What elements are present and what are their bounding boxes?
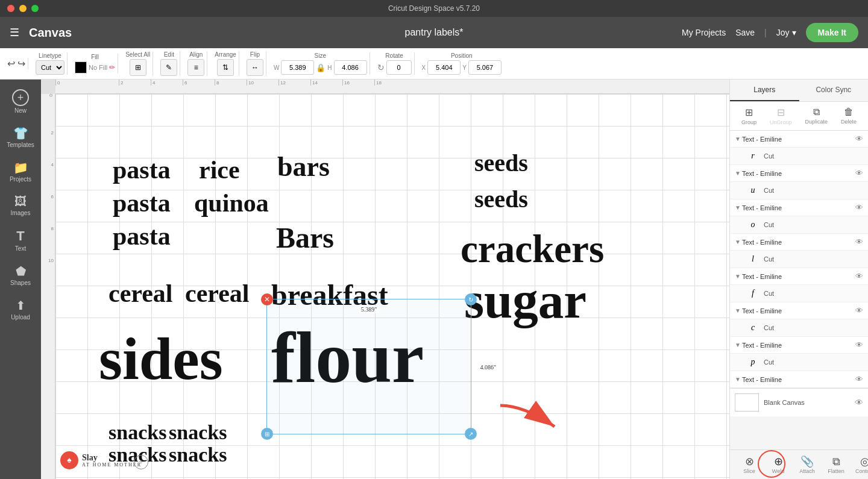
weld-tool[interactable]: ⊕ Weld: [764, 455, 793, 474]
save-button[interactable]: Save: [735, 28, 755, 37]
layer-item[interactable]: ▼ Text - Emiline 👁: [730, 234, 868, 251]
size-w-input[interactable]: [281, 60, 314, 75]
delete-handle[interactable]: ✕: [261, 293, 273, 305]
sidebar-item-text[interactable]: T Text: [0, 224, 41, 257]
scale-handle-bl[interactable]: ⊞: [261, 428, 273, 440]
expand-icon[interactable]: ▼: [735, 136, 742, 142]
layer-sub-icon: l: [747, 253, 759, 265]
tab-layers[interactable]: Layers: [730, 80, 799, 101]
arrange-button[interactable]: ⇅: [217, 59, 234, 76]
edit-button[interactable]: ✎: [160, 59, 177, 76]
eye-icon[interactable]: 👁: [855, 134, 863, 143]
sidebar-item-upload[interactable]: ⬆ Upload: [0, 293, 41, 325]
layer-sub-icon: p: [747, 356, 759, 368]
eye-icon[interactable]: 👁: [855, 375, 863, 384]
eye-icon[interactable]: 👁: [855, 203, 863, 212]
select-all-button[interactable]: ⊞: [130, 59, 146, 76]
duplicate-action[interactable]: ⧉ Duplicate: [805, 107, 828, 125]
tab-color-sync[interactable]: Color Sync: [799, 80, 869, 101]
fill-pen-icon[interactable]: ✏: [109, 63, 115, 72]
text-sides: sides: [99, 329, 223, 389]
layer-item[interactable]: ▼ Text - Emiline 👁: [730, 165, 868, 182]
add-canvas-button[interactable]: +: [134, 455, 148, 469]
flatten-tool[interactable]: ⧉ Flatten: [822, 456, 851, 474]
eye-icon[interactable]: 👁: [855, 340, 863, 349]
ungroup-action[interactable]: ⊟ UnGroup: [770, 107, 792, 125]
position-x-input[interactable]: [427, 60, 461, 75]
layer-item[interactable]: ▼ Text - Emiline 👁: [730, 268, 868, 285]
size-h-input[interactable]: [334, 60, 367, 75]
rotate-group: Rotate ↻: [375, 52, 415, 75]
align-group: Align ≡: [185, 51, 207, 76]
linetype-select[interactable]: Cut: [36, 60, 64, 75]
sidebar-item-new[interactable]: + New: [0, 84, 41, 119]
delete-action[interactable]: 🗑 Delete: [841, 107, 857, 125]
rotate-input[interactable]: [386, 60, 412, 75]
eye-icon[interactable]: 👁: [855, 306, 863, 315]
nav-right: My Projects Save | Joy ▾ Make It: [682, 23, 858, 42]
expand-icon[interactable]: ▼: [735, 170, 742, 177]
text-snacks2: snacks: [169, 422, 227, 443]
layer-item[interactable]: ▼ Text - Emiline 👁: [730, 199, 868, 216]
layer-item[interactable]: ▼ Text - Emiline 👁: [730, 302, 868, 319]
layer-sub-name: Cut: [764, 290, 863, 297]
expand-icon[interactable]: ▼: [735, 239, 742, 245]
window-controls[interactable]: [7, 5, 39, 12]
user-menu[interactable]: Joy ▾: [776, 28, 796, 37]
arrange-label: Arrange: [215, 51, 236, 58]
linetype-group: Linetype Cut: [33, 52, 68, 75]
my-projects-button[interactable]: My Projects: [682, 28, 726, 37]
sidebar-item-templates[interactable]: 👕 Templates: [0, 121, 41, 153]
flip-group: Flip ↔: [244, 51, 266, 76]
expand-icon[interactable]: ▼: [735, 273, 742, 280]
blank-canvas-eye[interactable]: 👁: [855, 398, 863, 407]
sidebar-item-label: Text: [15, 245, 26, 252]
toolbar: ↩ ↪ Linetype Cut Fill No Fill ✏ Select A…: [0, 48, 868, 80]
expand-icon[interactable]: ▼: [735, 376, 742, 383]
layer-item[interactable]: ▼ Text - Emiline 👁: [730, 337, 868, 354]
minimize-button[interactable]: [19, 5, 27, 12]
close-button[interactable]: [7, 5, 14, 12]
images-icon: 🖼: [14, 195, 27, 208]
selection-box[interactable]: ✕ ↻ ⊞ ↗ 5.389" 4.086": [266, 299, 471, 434]
layer-item[interactable]: ▼ Text - Emiline 👁: [730, 371, 868, 388]
expand-icon[interactable]: ▼: [735, 342, 742, 348]
make-it-button[interactable]: Make It: [806, 23, 858, 42]
flip-button[interactable]: ↔: [247, 59, 263, 76]
contour-tool[interactable]: ◎ Contour: [851, 455, 868, 474]
eye-icon[interactable]: 👁: [855, 237, 863, 246]
rotate-handle[interactable]: ↻: [465, 293, 477, 305]
canvas-area[interactable]: 0 2 4 6 8 10 12 14 16 18 0 2 4 6 8 10: [41, 80, 729, 479]
expand-icon[interactable]: ▼: [735, 204, 742, 211]
blank-canvas-label: Blank Canvas: [764, 399, 855, 406]
sidebar-item-images[interactable]: 🖼 Images: [0, 190, 41, 221]
sidebar-item-shapes[interactable]: ⬟ Shapes: [0, 259, 41, 291]
layer-name: Text - Emiline: [742, 170, 855, 177]
group-action[interactable]: ⊞ Group: [741, 107, 756, 125]
align-button[interactable]: ≡: [187, 59, 204, 76]
expand-icon[interactable]: ▼: [735, 307, 742, 314]
sidebar-item-projects[interactable]: 📁 Projects: [0, 155, 41, 187]
position-y-input[interactable]: [468, 60, 502, 75]
shapes-icon: ⬟: [16, 264, 26, 278]
undo-button[interactable]: ↩: [7, 58, 15, 69]
fill-color-swatch[interactable]: [75, 61, 87, 74]
fill-group: Fill No Fill ✏: [72, 54, 118, 74]
eye-icon[interactable]: 👁: [855, 272, 863, 281]
layer-item[interactable]: ▼ Text - Emiline 👁: [730, 131, 868, 148]
group-label: Group: [741, 119, 756, 125]
logo-watermark: ♠ Slay AT HOME MOTHER: [60, 451, 142, 469]
eye-icon[interactable]: 👁: [855, 169, 863, 178]
hamburger-icon[interactable]: ☰: [10, 26, 19, 39]
arrow-annotation: [494, 399, 567, 438]
slice-tool[interactable]: ⊗ Slice: [735, 455, 764, 474]
weld-icon: ⊕: [774, 455, 783, 468]
ungroup-label: UnGroup: [770, 119, 792, 125]
app-title: Cricut Design Space v5.7.20: [388, 4, 480, 13]
scale-handle-br[interactable]: ↗: [465, 428, 477, 440]
maximize-button[interactable]: [31, 5, 39, 12]
attach-tool[interactable]: 📎 Attach: [793, 455, 822, 474]
redo-button[interactable]: ↪: [17, 58, 25, 69]
canvas-grid[interactable]: pasta rice bars seeds pasta quinoa seeds…: [55, 94, 729, 479]
lock-icon[interactable]: 🔒: [316, 63, 326, 72]
